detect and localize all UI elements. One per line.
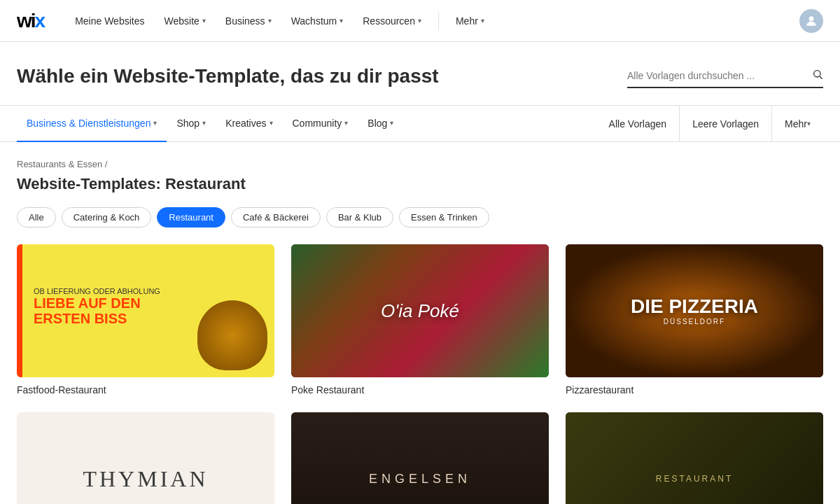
- fastfood-bowl-decoration: [197, 300, 267, 370]
- svg-line-2: [820, 76, 822, 79]
- svg-point-1: [814, 71, 820, 77]
- breadcrumb: Restaurants & Essen /: [17, 159, 823, 169]
- cat-blog[interactable]: Blog ▾: [358, 106, 403, 142]
- template-grid: OB LIEFERUNG ODER ABHOLUNG LIEBE AUF DEN…: [17, 244, 823, 504]
- chevron-down-icon: ▾: [481, 17, 484, 24]
- nav-links: Meine Websites Website ▾ Business ▾ Wach…: [66, 11, 799, 31]
- template-thumb-engelsen: ENGELSEN: [291, 412, 549, 504]
- cat-nav-left: Business & Dienstleistungen ▾ Shop ▾ Kre…: [17, 106, 596, 142]
- chevron-down-icon: ▾: [202, 119, 206, 127]
- template-thumb-dark: RESTAURANT: [566, 412, 823, 504]
- nav-wachstum[interactable]: Wachstum ▾: [283, 11, 352, 31]
- main-content: Restaurants & Essen / Website-Templates:…: [0, 142, 840, 504]
- pizza-headline: Die PIZZERIA DÜSSELDORF: [631, 296, 758, 326]
- template-name-fastfood: Fastfood-Restaurant: [17, 384, 274, 396]
- chevron-down-icon: ▾: [153, 119, 157, 127]
- search-bar: [627, 64, 823, 88]
- template-thumb-fastfood: OB LIEFERUNG ODER ABHOLUNG LIEBE AUF DEN…: [17, 244, 274, 377]
- chevron-down-icon: ▾: [270, 119, 273, 127]
- breadcrumb-separator: /: [105, 159, 108, 169]
- nav-divider: [438, 13, 439, 29]
- chevron-down-icon: ▾: [268, 17, 272, 24]
- filter-essen[interactable]: Essen & Trinken: [399, 207, 489, 227]
- fastfood-headline: OB LIEFERUNG ODER ABHOLUNG LIEBE AUF DEN…: [34, 287, 160, 326]
- cat-leere-vorlagen[interactable]: Leere Vorlagen: [680, 106, 772, 142]
- template-thumb-poke: O'ia Poké: [291, 244, 549, 377]
- chevron-down-icon: ▾: [340, 17, 343, 24]
- avatar[interactable]: [799, 9, 823, 33]
- template-name-poke: Poke Restaurant: [291, 384, 549, 396]
- template-thumb-thymian: THYMIAN: [17, 412, 274, 504]
- search-icon[interactable]: [812, 69, 823, 83]
- engelsen-headline: ENGELSEN: [369, 472, 471, 486]
- nav-meine-websites[interactable]: Meine Websites: [66, 11, 153, 31]
- dark-headline: RESTAURANT: [656, 474, 733, 484]
- cat-community[interactable]: Community ▾: [283, 106, 358, 142]
- page-title: Website-Templates: Restaurant: [17, 175, 823, 193]
- wix-logo[interactable]: wix: [17, 10, 44, 32]
- breadcrumb-link[interactable]: Restaurants & Essen: [17, 159, 102, 169]
- filter-alle[interactable]: Alle: [17, 207, 56, 227]
- filter-restaurant[interactable]: Restaurant: [157, 207, 225, 227]
- template-card-thymian[interactable]: THYMIAN Thymian Restaurant: [17, 412, 274, 504]
- thymian-headline: THYMIAN: [83, 466, 208, 492]
- svg-point-0: [809, 16, 814, 21]
- nav-website[interactable]: Website ▾: [155, 11, 214, 31]
- hero-section: Wähle ein Website-Template, das zu dir p…: [0, 42, 840, 106]
- filter-catering[interactable]: Catering & Koch: [62, 207, 152, 227]
- search-input[interactable]: [627, 70, 806, 81]
- template-thumb-pizza: Die PIZZERIA DÜSSELDORF: [566, 244, 823, 377]
- template-card-pizza[interactable]: Die PIZZERIA DÜSSELDORF Pizzarestaurant: [566, 244, 823, 396]
- cat-shop[interactable]: Shop ▾: [167, 106, 216, 142]
- template-card-poke[interactable]: O'ia Poké Poke Restaurant: [291, 244, 549, 396]
- template-name-pizza: Pizzarestaurant: [566, 384, 823, 396]
- nav-business[interactable]: Business ▾: [217, 11, 280, 31]
- filter-cafe[interactable]: Café & Bäckerei: [231, 207, 321, 227]
- chevron-down-icon: ▾: [390, 119, 393, 127]
- filter-bar[interactable]: Bar & Klub: [326, 207, 393, 227]
- cat-business-dienstleistungen[interactable]: Business & Dienstleistungen ▾: [17, 106, 167, 142]
- cat-kreatives[interactable]: Kreatives ▾: [216, 106, 282, 142]
- template-card-fastfood[interactable]: OB LIEFERUNG ODER ABHOLUNG LIEBE AUF DEN…: [17, 244, 274, 396]
- chevron-down-icon: ▾: [807, 120, 811, 127]
- cat-mehr[interactable]: Mehr ▾: [772, 106, 823, 142]
- category-navigation: Business & Dienstleistungen ▾ Shop ▾ Kre…: [0, 106, 840, 142]
- filter-tabs: Alle Catering & Koch Restaurant Café & B…: [17, 207, 823, 227]
- nav-mehr[interactable]: Mehr ▾: [447, 11, 493, 31]
- nav-ressourcen[interactable]: Ressourcen ▾: [354, 11, 430, 31]
- page-hero-title: Wähle ein Website-Template, das zu dir p…: [17, 65, 439, 88]
- template-card-dark[interactable]: RESTAURANT Steakhouse Restaurant: [566, 412, 823, 504]
- cat-alle-vorlagen[interactable]: Alle Vorlagen: [596, 106, 680, 142]
- poke-headline: O'ia Poké: [381, 300, 459, 322]
- cat-nav-right: Alle Vorlagen Leere Vorlagen Mehr ▾: [596, 106, 823, 142]
- chevron-down-icon: ▾: [418, 17, 421, 24]
- chevron-down-icon: ▾: [344, 119, 348, 127]
- chevron-down-icon: ▾: [202, 17, 206, 24]
- top-navigation: wix Meine Websites Website ▾ Business ▾ …: [0, 0, 840, 42]
- template-card-engelsen[interactable]: ENGELSEN Engelsen Restaurant: [291, 412, 549, 504]
